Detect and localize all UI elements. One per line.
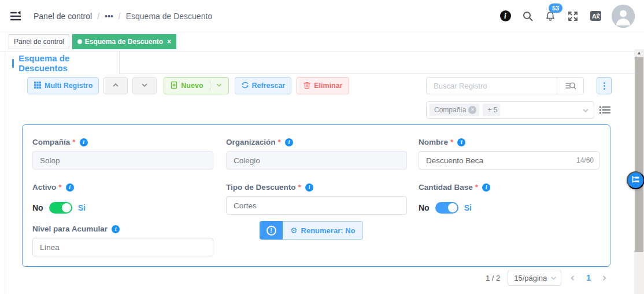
scrollbar-thumb[interactable] bbox=[635, 57, 643, 252]
field-info-icon[interactable]: i bbox=[66, 183, 74, 192]
translate-icon[interactable]: A bbox=[589, 10, 602, 23]
breadcrumb-item-home[interactable]: Panel de control bbox=[34, 12, 92, 21]
visible-fields-select[interactable]: Compañía × + 5 bbox=[426, 101, 594, 119]
activo-toggle[interactable] bbox=[49, 202, 72, 214]
info-icon[interactable]: i bbox=[499, 10, 512, 23]
search-input[interactable] bbox=[427, 78, 557, 94]
field-label: Tipo de Descuento* i bbox=[226, 183, 407, 192]
field-nombre: Nombre* i 14/60 bbox=[419, 138, 599, 170]
nombre-input[interactable] bbox=[419, 151, 599, 170]
previous-page-icon[interactable] bbox=[569, 274, 576, 282]
panel-left-border bbox=[5, 52, 5, 294]
new-dropdown-chevron-icon[interactable] bbox=[216, 82, 223, 90]
tree-table-icon bbox=[631, 175, 641, 186]
dot bbox=[604, 85, 605, 87]
tab-esquema-de-descuento[interactable]: Esquema de Descuento × bbox=[72, 34, 176, 49]
active-tab-dot bbox=[77, 39, 82, 44]
more-options-button[interactable] bbox=[597, 77, 612, 94]
chevron-down-icon bbox=[140, 81, 149, 91]
advanced-search-icon[interactable] bbox=[557, 78, 583, 94]
chevron-up-icon bbox=[112, 81, 120, 91]
field-cantidad-base: Cantidad Base* i No Si bbox=[419, 183, 599, 214]
current-page[interactable]: 1 bbox=[584, 273, 593, 282]
tab-label: Esquema de Descuento bbox=[85, 35, 163, 49]
grid-icon bbox=[34, 81, 42, 91]
field-list-icon[interactable] bbox=[599, 105, 610, 115]
page-size-select[interactable]: 15/página bbox=[508, 270, 561, 286]
field-info-icon[interactable]: i bbox=[285, 138, 293, 146]
window-tab-esquema-de-descuentos[interactable]: Esquema de Descuentos bbox=[5, 52, 120, 75]
gear-icon: ⚙ bbox=[290, 226, 298, 234]
dot bbox=[604, 88, 605, 90]
pagination-total: 1 / 2 bbox=[486, 274, 500, 282]
records-panel-fab[interactable] bbox=[627, 171, 644, 189]
field-info-icon[interactable]: i bbox=[112, 225, 120, 233]
breadcrumb-item-current: Esquema de Descuento bbox=[126, 12, 212, 21]
document-plus-icon bbox=[170, 81, 178, 91]
button-divider bbox=[210, 80, 210, 91]
char-counter: 14/60 bbox=[576, 156, 594, 164]
refresh-button[interactable]: Refrescar bbox=[235, 77, 292, 94]
user-avatar[interactable] bbox=[612, 5, 635, 28]
field-tipo-de-descuento: Tipo de Descuento* i bbox=[226, 183, 407, 215]
previous-record-button[interactable] bbox=[103, 77, 128, 94]
field-info-icon[interactable]: i bbox=[305, 183, 313, 192]
field-tag-more-count: + 5 bbox=[483, 104, 500, 116]
pagination: 1 / 2 15/página 1 bbox=[486, 270, 608, 286]
renumber-button[interactable]: ⚙ Renumerar: No bbox=[283, 221, 363, 240]
field-label: Nombre* i bbox=[419, 138, 599, 146]
search-icon[interactable] bbox=[521, 10, 534, 23]
breadcrumb: Panel de control / ••• / Esquema de Desc… bbox=[34, 12, 212, 21]
compania-input bbox=[32, 151, 213, 170]
top-navbar: Panel de control / ••• / Esquema de Desc… bbox=[0, 0, 644, 32]
field-compania: Compañía* i bbox=[32, 138, 213, 170]
navbar-actions: i 53 A bbox=[499, 5, 635, 28]
field-nivel-para-acumular: Nivel para Acumular i bbox=[32, 225, 213, 256]
delete-button[interactable]: Eliminar bbox=[297, 77, 349, 94]
tags-view-bar: Panel de control Esquema de Descuento × bbox=[0, 32, 644, 52]
sidebar-collapse-icon[interactable] bbox=[9, 10, 22, 23]
organizacion-input bbox=[226, 151, 407, 170]
nivel-para-acumular-input[interactable] bbox=[32, 238, 213, 256]
switch-off-label: No bbox=[419, 203, 430, 212]
select-chevron-down-icon bbox=[582, 106, 590, 117]
select-chevron-down-icon bbox=[550, 274, 557, 282]
remove-tag-icon[interactable]: × bbox=[468, 106, 476, 114]
title-accent-bar bbox=[12, 59, 14, 68]
field-info-icon[interactable]: i bbox=[80, 138, 88, 146]
breadcrumb-separator: / bbox=[119, 12, 121, 21]
cantidad-base-toggle[interactable] bbox=[435, 202, 458, 214]
close-tab-icon[interactable]: × bbox=[167, 35, 171, 49]
scroll-up-arrow[interactable]: ▲ bbox=[634, 49, 644, 57]
notifications-bell-icon[interactable]: 53 bbox=[544, 10, 557, 23]
field-info-icon[interactable]: i bbox=[457, 138, 465, 146]
alert-icon[interactable]: ! bbox=[260, 221, 283, 240]
field-label: Nivel para Acumular i bbox=[32, 225, 213, 233]
field-label: Organización* i bbox=[226, 138, 407, 146]
refresh-icon bbox=[241, 81, 249, 91]
page-title: Esquema de Descuentos bbox=[18, 53, 119, 73]
dot bbox=[604, 82, 605, 84]
breadcrumb-collapsed[interactable]: ••• bbox=[105, 12, 113, 21]
field-organizacion: Organización* i bbox=[226, 138, 407, 170]
trash-icon bbox=[303, 81, 311, 91]
field-label: Compañía* i bbox=[32, 138, 213, 146]
renumber-action[interactable]: ! ⚙ Renumerar: No bbox=[260, 221, 363, 240]
switch-off-label: No bbox=[32, 203, 43, 212]
field-tag-compania: Compañía × bbox=[430, 104, 479, 116]
next-record-button[interactable] bbox=[132, 77, 157, 94]
record-form-card: Compañía* i Organización* i Nombre* i 14… bbox=[22, 124, 610, 267]
tipo-de-descuento-input[interactable] bbox=[226, 196, 407, 215]
next-page-icon[interactable] bbox=[601, 274, 608, 282]
fullscreen-icon[interactable] bbox=[567, 10, 579, 23]
switch-on-label: Si bbox=[78, 203, 86, 212]
window-tab-header: Esquema de Descuentos bbox=[5, 52, 634, 74]
svg-text:A: A bbox=[592, 13, 597, 20]
toolbar: Multi Registro Nuevo Refrescar bbox=[27, 77, 349, 94]
tab-panel-de-control[interactable]: Panel de control bbox=[9, 34, 69, 49]
switch-on-label: Si bbox=[464, 203, 472, 212]
new-record-button[interactable]: Nuevo bbox=[164, 77, 228, 94]
field-label: Activo* i bbox=[32, 183, 213, 192]
field-info-icon[interactable]: i bbox=[482, 183, 490, 192]
multi-record-button[interactable]: Multi Registro bbox=[27, 77, 99, 94]
